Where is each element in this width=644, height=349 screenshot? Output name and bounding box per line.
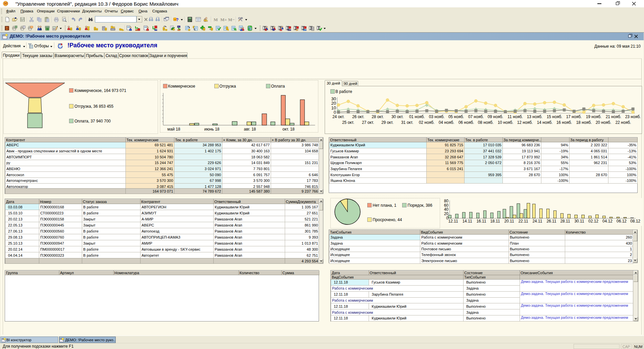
svg-text:20 нояб.: 20 нояб. — [596, 120, 611, 125]
svg-text:12 нояб.: 12 нояб. — [517, 120, 533, 125]
svg-text:30 окт.: 30 окт. — [391, 114, 404, 119]
svg-text:08.12: 08.12 — [630, 219, 640, 223]
svg-text:18.11: 18.11 — [490, 219, 500, 223]
svg-text:26.11: 26.11 — [546, 219, 556, 223]
svg-text:10 нояб.: 10 нояб. — [498, 120, 514, 125]
svg-text:14.11: 14.11 — [462, 219, 472, 223]
svg-text:17 нояб.: 17 нояб. — [566, 114, 582, 119]
svg-text:16 нояб.: 16 нояб. — [556, 120, 572, 125]
svg-text:06.12: 06.12 — [616, 219, 627, 223]
svg-text:01 нояб.: 01 нояб. — [409, 114, 425, 119]
svg-text:20: 20 — [331, 101, 336, 106]
svg-text:03 нояб.: 03 нояб. — [429, 114, 445, 119]
svg-text:40: 40 — [444, 207, 449, 212]
svg-text:08 нояб.: 08 нояб. — [478, 120, 494, 125]
svg-text:02 нояб.: 02 нояб. — [419, 120, 435, 125]
svg-text:12.11: 12.11 — [448, 219, 458, 223]
svg-text:29 окт.: 29 окт. — [381, 120, 393, 125]
svg-text:07 нояб.: 07 нояб. — [468, 114, 484, 119]
svg-text:18 нояб.: 18 нояб. — [576, 120, 592, 125]
svg-text:23 нояб.: 23 нояб. — [625, 114, 641, 119]
svg-text:30.11: 30.11 — [574, 219, 584, 223]
svg-text:04.12: 04.12 — [602, 219, 612, 223]
svg-text:09 нояб.: 09 нояб. — [488, 114, 503, 119]
svg-text:80: 80 — [444, 199, 449, 203]
svg-text:20: 20 — [444, 211, 449, 216]
svg-text:20.11: 20.11 — [504, 219, 514, 223]
svg-text:04 нояб.: 04 нояб. — [439, 120, 454, 125]
svg-text:22.11: 22.11 — [518, 219, 528, 223]
svg-text:14 нояб.: 14 нояб. — [537, 120, 553, 125]
svg-text:60: 60 — [444, 203, 449, 208]
svg-text:24.11: 24.11 — [532, 219, 542, 223]
svg-text:13 нояб.: 13 нояб. — [527, 114, 543, 119]
svg-text:05 нояб.: 05 нояб. — [448, 114, 464, 119]
svg-text:28 окт.: 28 окт. — [372, 114, 384, 119]
svg-text:15 нояб.: 15 нояб. — [547, 114, 562, 119]
svg-text:19 нояб.: 19 нояб. — [586, 114, 602, 119]
svg-text:11 нояб.: 11 нояб. — [507, 114, 523, 119]
svg-text:0: 0 — [334, 110, 336, 115]
svg-text:16.11: 16.11 — [476, 219, 486, 223]
svg-text:21 нояб.: 21 нояб. — [606, 114, 622, 119]
svg-text:28.11: 28.11 — [560, 219, 570, 223]
svg-text:31 окт.: 31 окт. — [401, 120, 413, 125]
svg-text:25 окт.: 25 окт. — [342, 120, 354, 125]
svg-text:27 окт.: 27 окт. — [362, 120, 374, 125]
svg-text:02.12: 02.12 — [588, 219, 598, 223]
svg-text:22 нояб.: 22 нояб. — [615, 120, 631, 125]
svg-text:06 нояб.: 06 нояб. — [459, 120, 474, 125]
svg-text:24 окт.: 24 окт. — [332, 114, 344, 119]
svg-text:26 окт.: 26 окт. — [352, 114, 364, 119]
